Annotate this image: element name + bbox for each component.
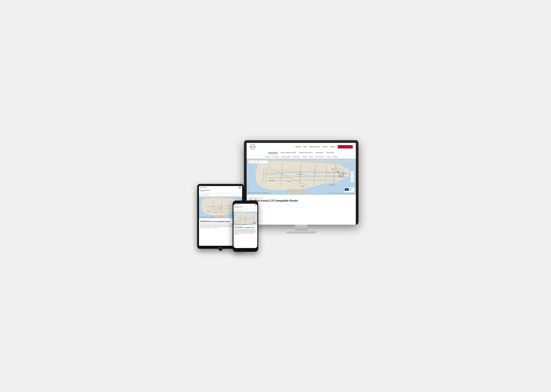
map-svg: Ottawa Toronto New York Washington Unite… [247,159,356,195]
nissan-logo-svg: NISSAN [250,144,256,150]
svg-text:United States: United States [244,218,247,219]
svg-point-46 [241,210,242,210]
tablet-legend-line [200,217,202,217]
subnav-technology[interactable]: Technology [272,156,279,158]
svg-text:Phoenix: Phoenix [242,222,244,222]
phone-content-title: ProPilot Assist 2.0 Compatible Roads [234,227,256,228]
search-icon [258,161,259,163]
info-icon[interactable]: ⓘ [271,192,272,194]
expand-button[interactable]: ⛶ [351,179,354,182]
nav-intelligent-mobility[interactable]: Nissan Intelligent Mobility [281,152,296,154]
svg-line-30 [209,195,210,195]
svg-point-49 [254,217,254,217]
phone-nissan-logo: NISSAN [234,204,239,205]
zoom-in-button[interactable]: + [351,171,354,175]
nissan-logo: NISSAN [250,144,256,150]
svg-text:New York: New York [341,173,346,174]
svg-text:Ushr: Ushr [349,189,352,189]
nav-dealers[interactable]: Dealers [330,146,335,147]
tablet-breadcrumb-main[interactable]: Experience Nissan ∨ [200,190,241,191]
monitor-stand-base [286,231,316,233]
subnav-finance[interactable]: Finance [326,156,331,158]
phone-outer: NISSAN Experience Nissan ∨ Nissan Blog E… [233,201,258,252]
phone-breadcrumb-sub: Nissan Blog [234,207,256,208]
subnav-electric[interactable]: Electric [309,156,313,158]
subnav-catalog[interactable]: Catalog [333,156,337,158]
phone-hamburger-icon[interactable] [255,204,256,205]
svg-text:México: México [220,216,222,216]
svg-point-14 [328,178,329,179]
svg-point-11 [300,172,300,173]
svg-text:Washington: Washington [338,175,343,177]
copyright-text: © 2022 Ushr Inc All Rights Reserved. [327,193,342,194]
phone-zoom-out[interactable]: − [255,219,257,220]
phone-device: NISSAN Experience Nissan ∨ Nissan Blog E… [233,201,258,252]
phone-map-legend: ProPILOT Assist 2.0 compatible roads [234,224,246,225]
content-label: High-Definition Road Map [250,197,353,199]
svg-text:Ottawa: Ottawa [332,168,335,170]
zoom-out-button[interactable]: − [351,175,354,178]
content-title: ProPilot Assist 2.0 Compatible Roads [250,199,353,202]
phone-content: High-Definition Road Map ProPilot Assist… [234,225,257,236]
svg-text:México: México [301,186,304,187]
search-placeholder-text: Enter Location [250,161,257,162]
phone-screen: NISSAN Experience Nissan ∨ Nissan Blog E… [234,204,257,248]
nav-social-media[interactable]: Social Media [326,152,334,154]
desktop-map-search[interactable]: Enter Location [248,161,268,163]
phone-content-body: Let Nissan help transform your commute w… [234,229,256,235]
map-legend: ProPILOT Assist 2.0 compatible roads ⓘ [248,192,272,194]
svg-text:Los Angeles: Los Angeles [206,211,210,212]
phone-zoom-in[interactable]: + [255,217,257,218]
desktop-map: Enter Location [247,159,356,195]
tablet-hamburger-icon[interactable] [239,187,241,188]
nav-nissan-blog[interactable]: NISSAN BLOG [268,152,278,154]
subnav-business[interactable]: Business & Fleet [281,156,291,158]
tablet-search-placeholder: Enter Location [201,194,208,195]
svg-text:Los Angeles: Los Angeles [269,180,274,181]
tablet-search-bar[interactable]: Enter Location [200,193,241,196]
nav-partnerships[interactable]: Partnerships [316,152,323,154]
phone-nav: NISSAN [234,204,257,206]
svg-text:U: U [346,189,347,190]
nav-shop[interactable]: Shop [303,146,307,147]
svg-point-12 [281,173,282,173]
openstreetmap-link[interactable]: OpenStreetMap contributors. [342,193,354,194]
phone-search-bar[interactable]: Enter Location [234,209,256,211]
subnav-past-to-present[interactable]: Past to Present [315,156,324,158]
phone-legend-text: ProPILOT Assist 2.0 compatible roads [236,224,246,225]
nav-discover[interactable]: Discover Nissan [309,146,320,147]
svg-text:The Bahamas: The Bahamas [328,184,335,185]
phone-legend-line [234,224,235,224]
subnav-overview[interactable]: Overview [265,156,270,158]
phone-notch [242,202,249,203]
subnav-performance[interactable]: Performance [293,156,300,158]
svg-point-13 [315,172,316,173]
svg-point-8 [338,173,339,174]
tablet-nav: NISSAN [199,186,242,189]
svg-text:Ushr: Ushr [256,223,257,224]
phone-search-placeholder: Enter Location [235,210,240,211]
nav-nismo[interactable]: NISMO® Performance [299,152,313,154]
scene: NISSAN Vehicles Shop Discover Nissan Own… [193,137,358,255]
phone-zoom-controls: + − [255,217,257,220]
svg-text:Toronto: Toronto [335,171,339,172]
legend-text: ProPILOT Assist 2.0 compatible roads [252,192,270,193]
svg-text:HD MAPS: HD MAPS [349,190,352,191]
svg-text:Phoenix: Phoenix [215,212,217,213]
nav-owners[interactable]: Owners [323,146,328,147]
desktop-secondary-nav: NISSAN BLOG Nissan Intelligent Mobility … [247,151,356,155]
phone-map-svg: United States Los Angeles Phoenix México… [234,212,257,225]
tablet-home-button[interactable] [218,247,223,251]
phone-map: United States Los Angeles Phoenix México… [234,212,257,225]
build-price-button[interactable]: Build & Price → [338,145,353,148]
svg-text:Phoenix: Phoenix [287,181,291,182]
legend-line [248,193,251,193]
subnav-lifestyle[interactable]: Lifestyle [302,156,307,158]
tablet-breadcrumb-sub: Nissan Blog [200,191,241,192]
tablet-breadcrumb: Experience Nissan ∨ Nissan Blog [199,189,242,193]
svg-text:United States: United States [217,207,223,208]
map-copyright: © 2022 Ushr Inc All Rights Reserved. Ope… [327,193,354,194]
monitor-stand-neck [295,225,307,231]
phone-breadcrumb: Experience Nissan ∨ Nissan Blog [234,206,257,209]
nav-vehicles[interactable]: Vehicles [295,146,301,147]
